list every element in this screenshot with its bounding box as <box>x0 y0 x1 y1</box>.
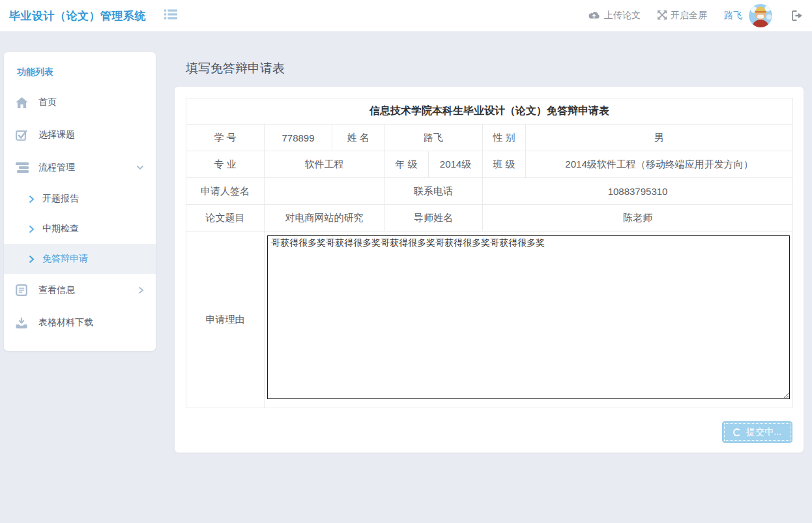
sidebar-item-label: 免答辩申请 <box>42 253 88 265</box>
advisor-label: 导师姓名 <box>384 205 483 232</box>
upload-thesis-button[interactable]: 上传论文 <box>588 10 641 22</box>
reason-cell: 哥获得很多奖哥获得很多奖哥获得很多奖哥获得很多奖哥获得很多奖 <box>265 232 793 408</box>
student-id-value: 778899 <box>265 125 332 151</box>
reason-label: 申请理由 <box>186 232 265 408</box>
phone-label: 联系电话 <box>384 178 483 205</box>
sidebar-item-label: 流程管理 <box>38 162 75 173</box>
app-title: 毕业设计（论文）管理系统 <box>9 8 146 23</box>
submit-button[interactable]: 提交中... <box>722 421 792 443</box>
gender-label: 性 别 <box>483 125 526 151</box>
top-header: 毕业设计（论文）管理系统 上传论文 <box>0 0 812 31</box>
sidebar-item-opening-report[interactable]: 开题报告 <box>4 184 156 214</box>
name-value: 路飞 <box>384 125 483 151</box>
major-label: 专 业 <box>186 151 265 178</box>
thesis-title-value: 对电商网站的研究 <box>265 205 384 232</box>
sidebar-item-midterm-check[interactable]: 中期检查 <box>4 214 156 244</box>
sidebar-item-view-info[interactable]: 查看信息 <box>4 274 156 306</box>
stack-list-icon <box>16 162 30 173</box>
class-value: 2014级软件工程（移动终端应用开发方向） <box>526 151 793 178</box>
chevron-right-icon <box>29 225 35 233</box>
expand-icon <box>658 10 667 22</box>
chevron-right-icon <box>29 255 35 263</box>
chevron-down-icon <box>136 164 144 171</box>
avatar[interactable] <box>749 4 772 27</box>
fullscreen-button[interactable]: 开启全屏 <box>658 10 707 22</box>
sidebar-item-label: 开题报告 <box>42 193 79 205</box>
form-table-title: 信息技术学院本科生毕业设计（论文）免答辩申请表 <box>186 98 793 125</box>
logout-icon[interactable] <box>792 10 803 21</box>
chevron-right-icon <box>138 286 144 294</box>
sidebar: 功能列表 首页 选择课题 流程管理 <box>4 52 156 351</box>
sidebar-section-title: 功能列表 <box>4 52 156 86</box>
grade-label: 年 级 <box>384 151 429 178</box>
application-form-table: 信息技术学院本科生毕业设计（论文）免答辩申请表 学 号 778899 姓 名 路… <box>186 98 793 408</box>
signature-label: 申请人签名 <box>186 178 265 205</box>
major-value: 软件工程 <box>265 151 384 178</box>
reason-textarea[interactable]: 哥获得很多奖哥获得很多奖哥获得很多奖哥获得很多奖哥获得很多奖 <box>267 235 790 399</box>
name-label: 姓 名 <box>332 125 384 151</box>
grade-value: 2014级 <box>429 151 483 178</box>
sidebar-item-label: 首页 <box>38 97 57 108</box>
sidebar-item-process-management[interactable]: 流程管理 <box>4 151 156 184</box>
phone-value: 10883795310 <box>483 178 793 205</box>
chevron-right-icon <box>29 195 35 203</box>
sidebar-item-label: 查看信息 <box>38 284 75 296</box>
sidebar-item-label: 选择课题 <box>38 129 75 141</box>
clipboard-icon <box>16 284 30 296</box>
gender-value: 男 <box>526 125 793 151</box>
button-row: 提交中... <box>186 421 792 443</box>
advisor-value: 陈老师 <box>483 205 793 232</box>
upload-thesis-label: 上传论文 <box>604 10 641 22</box>
menu-list-icon <box>164 9 177 22</box>
thesis-title-label: 论文题目 <box>186 205 265 232</box>
form-card: 信息技术学院本科生毕业设计（论文）免答辩申请表 学 号 778899 姓 名 路… <box>175 87 804 453</box>
fullscreen-label: 开启全屏 <box>671 10 707 22</box>
sidebar-item-label: 中期检查 <box>42 223 79 235</box>
class-label: 班 级 <box>483 151 526 178</box>
check-square-icon <box>16 129 30 141</box>
sidebar-toggle-button[interactable] <box>164 9 177 22</box>
home-icon <box>16 97 30 108</box>
signature-value <box>265 178 384 205</box>
sidebar-item-home[interactable]: 首页 <box>4 86 156 119</box>
username-link[interactable]: 路飞 <box>724 10 742 22</box>
sidebar-item-select-topic[interactable]: 选择课题 <box>4 119 156 151</box>
sidebar-item-defense-exemption[interactable]: 免答辩申请 <box>4 244 156 274</box>
cloud-upload-icon <box>588 10 600 22</box>
loading-spinner-icon <box>733 428 741 436</box>
student-id-label: 学 号 <box>186 125 265 151</box>
sidebar-item-label: 表格材料下载 <box>38 317 93 329</box>
download-icon <box>16 318 30 329</box>
page-title: 填写免答辩申请表 <box>186 60 285 77</box>
submit-button-label: 提交中... <box>746 426 781 438</box>
sidebar-item-form-download[interactable]: 表格材料下载 <box>4 306 156 339</box>
